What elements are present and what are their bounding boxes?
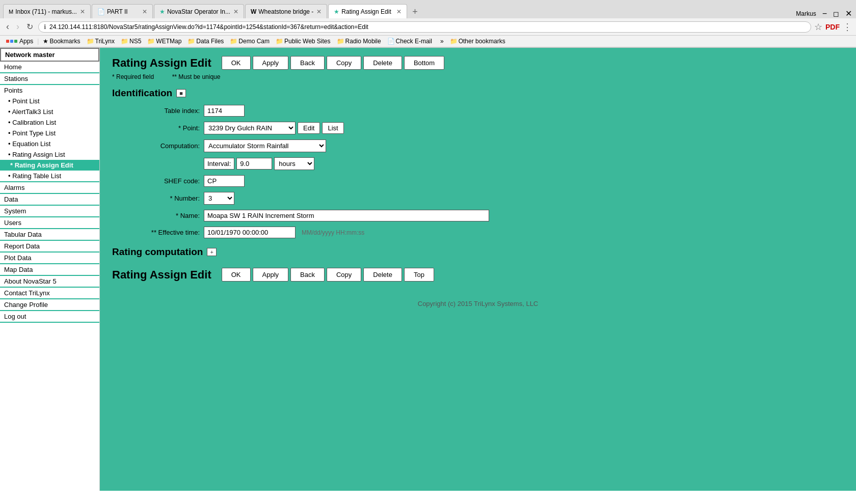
bm-trilynx[interactable]: 📁 TriLynx bbox=[85, 37, 117, 46]
required-note: * Required field bbox=[112, 73, 154, 80]
sidebar-item-equation[interactable]: • Equation List bbox=[0, 138, 99, 149]
table-index-input[interactable] bbox=[204, 105, 245, 117]
sidebar-item-contact[interactable]: Contact TriLynx bbox=[0, 288, 99, 298]
tab-rating-assign-edit[interactable]: ★ Rating Assign Edit ✕ bbox=[328, 4, 407, 18]
bm-bookmarks[interactable]: ★ Bookmarks bbox=[41, 37, 82, 46]
bm-radiomobile[interactable]: 📁 Radio Mobile bbox=[335, 37, 383, 46]
bottom-copy-button[interactable]: Copy bbox=[327, 268, 361, 282]
sidebar-item-stations[interactable]: Stations bbox=[0, 73, 99, 84]
sidebar-item-system[interactable]: System bbox=[0, 206, 99, 216]
bottom-ok-button[interactable]: OK bbox=[222, 268, 251, 282]
tab-gmail[interactable]: M Inbox (711) - markus... ✕ bbox=[3, 4, 91, 18]
tab-rating-close[interactable]: ✕ bbox=[396, 8, 402, 15]
bm-publicweb[interactable]: 📁 Public Web Sites bbox=[274, 37, 333, 46]
sidebar-item-data[interactable]: Data bbox=[0, 194, 99, 205]
point-edit-button[interactable]: Edit bbox=[298, 122, 320, 134]
tab-part2[interactable]: 📄 PART II ✕ bbox=[92, 4, 153, 18]
sidebar-item-rating-assign-list[interactable]: • Rating Assign List bbox=[0, 149, 99, 160]
name-input[interactable] bbox=[204, 210, 489, 221]
interval-input[interactable] bbox=[236, 158, 272, 170]
computation-select[interactable]: Accumulator Storm Rainfall bbox=[204, 139, 326, 152]
forward-nav-button[interactable]: › bbox=[14, 20, 21, 33]
sidebar-item-home[interactable]: Home bbox=[0, 62, 99, 72]
effective-time-input[interactable] bbox=[204, 227, 296, 238]
effective-time-placeholder: MM/dd/yyyy HH:mm:ss bbox=[302, 229, 364, 236]
back-nav-button[interactable]: ‹ bbox=[4, 20, 11, 33]
bm-checkemail[interactable]: 📄 Check E-mail bbox=[385, 37, 434, 46]
bm-democam-label: Demo Cam bbox=[238, 38, 270, 45]
bm-other[interactable]: 📁 Other bookmarks bbox=[448, 37, 507, 46]
address-input[interactable] bbox=[49, 23, 806, 31]
bm-checkemail-label: Check E-mail bbox=[396, 38, 432, 45]
top-copy-button[interactable]: Copy bbox=[327, 56, 361, 70]
shef-code-input[interactable] bbox=[204, 175, 245, 187]
network-master-label[interactable]: Network master bbox=[0, 48, 99, 62]
tab-gmail-close[interactable]: ✕ bbox=[80, 8, 85, 15]
top-bottom-button[interactable]: Bottom bbox=[404, 56, 444, 70]
sidebar-item-alarms[interactable]: Alarms bbox=[0, 182, 99, 193]
sidebar-item-about[interactable]: About NovaStar 5 bbox=[0, 276, 99, 287]
sidebar-item-report-data[interactable]: Report Data bbox=[0, 241, 99, 251]
bottom-back-button[interactable]: Back bbox=[290, 268, 325, 282]
top-back-button[interactable]: Back bbox=[290, 56, 325, 70]
tab-wheatstone[interactable]: W Wheatstone bridge - ✕ bbox=[245, 4, 327, 18]
top-ok-button[interactable]: OK bbox=[222, 56, 251, 70]
bookmark-star-icon[interactable]: ☆ bbox=[814, 21, 822, 33]
sidebar-item-point-list[interactable]: • Point List bbox=[0, 96, 99, 106]
pdf-icon[interactable]: PDF bbox=[825, 23, 840, 31]
interval-unit-select[interactable]: hours minutes seconds days bbox=[274, 157, 314, 170]
top-button-bar: OK Apply Back Copy Delete Bottom bbox=[222, 56, 444, 70]
bm-apps[interactable]: Apps bbox=[4, 37, 35, 46]
close-button[interactable]: ✕ bbox=[845, 9, 852, 18]
bm-ns5[interactable]: 📁 NS5 bbox=[119, 37, 143, 46]
sidebar-item-calibration[interactable]: • Calibration List bbox=[0, 117, 99, 128]
bottom-delete-button[interactable]: Delete bbox=[363, 268, 402, 282]
tab-wheatstone-label: Wheatstone bridge - bbox=[258, 8, 313, 15]
computation-label: Computation: bbox=[122, 142, 204, 150]
top-delete-button[interactable]: Delete bbox=[363, 56, 402, 70]
sidebar-item-tabular-data[interactable]: Tabular Data bbox=[0, 229, 99, 240]
bm-apps-label: Apps bbox=[19, 38, 33, 45]
sidebar-item-point-type[interactable]: • Point Type List bbox=[0, 128, 99, 138]
sidebar-item-points[interactable]: Points bbox=[0, 85, 99, 96]
copyright: Copyright (c) 2015 TriLynx Systems, LLC bbox=[112, 292, 844, 316]
number-label: * Number: bbox=[122, 194, 204, 202]
tab-wheatstone-close[interactable]: ✕ bbox=[316, 8, 322, 15]
tab-novastar-label: NovaStar Operator In... bbox=[167, 8, 230, 15]
tab-part2-close[interactable]: ✕ bbox=[142, 8, 147, 15]
table-index-label: Table index: bbox=[122, 107, 204, 115]
new-tab-button[interactable]: + bbox=[408, 7, 422, 17]
sidebar-item-map-data[interactable]: Map Data bbox=[0, 264, 99, 275]
number-select[interactable]: 3 1 2 4 bbox=[204, 192, 234, 205]
bm-datafiles[interactable]: 📁 Data Files bbox=[185, 37, 226, 46]
menu-icon[interactable]: ⋮ bbox=[843, 21, 852, 33]
rating-computation-expand-icon[interactable]: + bbox=[207, 248, 216, 256]
restore-button[interactable]: ◻ bbox=[833, 10, 839, 18]
bm-more[interactable]: » bbox=[438, 37, 446, 46]
bm-democam[interactable]: 📁 Demo Cam bbox=[228, 37, 272, 46]
sidebar-item-rating-assign-edit[interactable]: * Rating Assign Edit bbox=[0, 160, 99, 171]
top-apply-button[interactable]: Apply bbox=[253, 56, 289, 70]
minimize-button[interactable]: − bbox=[822, 9, 827, 18]
sidebar-item-plot-data[interactable]: Plot Data bbox=[0, 253, 99, 263]
sidebar-item-logout[interactable]: Log out bbox=[0, 311, 99, 322]
identification-section-title: Identification bbox=[112, 88, 172, 99]
point-select[interactable]: 3239 Dry Gulch RAIN bbox=[204, 122, 296, 134]
tab-novastar-close[interactable]: ✕ bbox=[233, 8, 238, 15]
effective-time-label: ** Effective time: bbox=[122, 229, 204, 236]
tab-novastar[interactable]: ★ NovaStar Operator In... ✕ bbox=[154, 4, 244, 18]
bottom-top-button[interactable]: Top bbox=[404, 268, 434, 282]
page-title-bottom: Rating Assign Edit bbox=[112, 268, 211, 282]
tab-novastar-favicon: ★ bbox=[159, 8, 165, 15]
point-label: * Point: bbox=[122, 124, 204, 132]
sidebar-item-alerttalk3[interactable]: • AlertTalk3 List bbox=[0, 106, 99, 117]
point-list-button[interactable]: List bbox=[322, 122, 343, 134]
sidebar-item-users[interactable]: Users bbox=[0, 217, 99, 228]
bm-more-label: » bbox=[440, 38, 444, 45]
bm-wetmap[interactable]: 📁 WETMap bbox=[145, 37, 183, 46]
sidebar-item-rating-table[interactable]: • Rating Table List bbox=[0, 171, 99, 181]
identification-expand-icon[interactable]: ■ bbox=[176, 89, 186, 97]
bottom-apply-button[interactable]: Apply bbox=[253, 268, 289, 282]
reload-button[interactable]: ↻ bbox=[24, 21, 35, 33]
sidebar-item-change-profile[interactable]: Change Profile bbox=[0, 299, 99, 310]
